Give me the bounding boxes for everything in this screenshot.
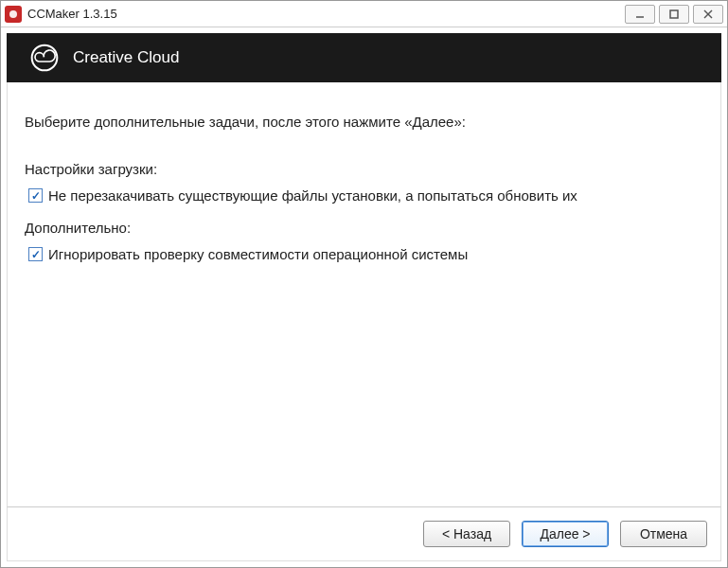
- svg-point-0: [9, 10, 17, 18]
- content-area: Выберите дополнительные задачи, после эт…: [7, 82, 721, 506]
- back-button[interactable]: < Назад: [423, 521, 510, 547]
- checkbox-ignore-os[interactable]: [28, 247, 43, 261]
- additional-label: Дополнительно:: [25, 217, 703, 240]
- app-window: CCMaker 1.3.15 Creative Cloud Выберите д…: [0, 0, 728, 568]
- checkbox-reuse-files[interactable]: [28, 188, 43, 203]
- svg-rect-2: [670, 10, 678, 18]
- maximize-button[interactable]: [659, 5, 689, 24]
- header-bar: Creative Cloud: [7, 33, 721, 82]
- minimize-button[interactable]: [625, 5, 655, 24]
- titlebar: CCMaker 1.3.15: [1, 1, 727, 27]
- intro-text: Выберите дополнительные задачи, после эт…: [25, 111, 703, 133]
- checkbox-ignore-os-label: Игнорировать проверку совместимости опер…: [48, 243, 468, 266]
- window-controls: [625, 5, 723, 24]
- checkbox-row-reuse-files[interactable]: Не перезакачивать существующие файлы уст…: [28, 185, 703, 207]
- window-title: CCMaker 1.3.15: [27, 7, 625, 21]
- creative-cloud-icon: [29, 43, 60, 73]
- checkbox-row-ignore-os[interactable]: Игнорировать проверку совместимости опер…: [28, 243, 703, 266]
- footer-buttons: < Назад Далее > Отмена: [7, 506, 721, 561]
- close-button[interactable]: [693, 5, 723, 24]
- next-button[interactable]: Далее >: [522, 521, 609, 547]
- checkbox-reuse-files-label: Не перезакачивать существующие файлы уст…: [48, 185, 577, 207]
- header-title: Creative Cloud: [73, 48, 179, 67]
- download-settings-label: Настройки загрузки:: [25, 158, 703, 181]
- cancel-button[interactable]: Отмена: [620, 521, 707, 547]
- app-icon: [5, 6, 22, 23]
